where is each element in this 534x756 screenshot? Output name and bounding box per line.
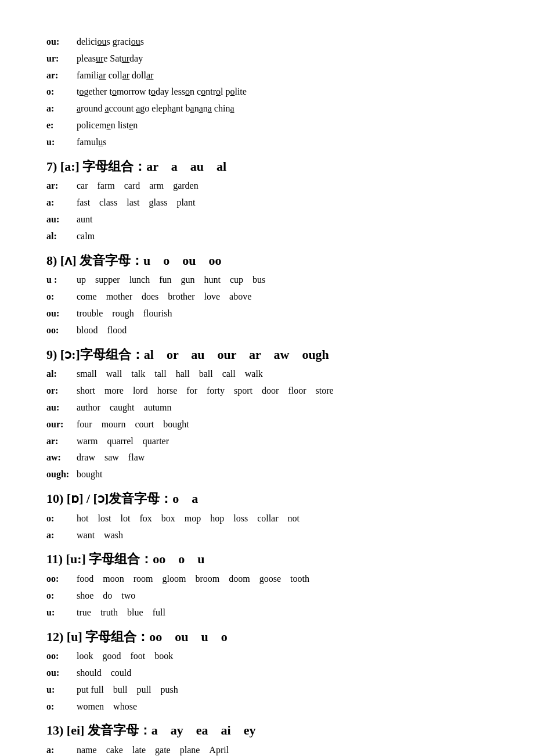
line-content: up supper lunch fun gun hunt cup bus: [77, 273, 488, 287]
line-label: ar:: [46, 434, 77, 449]
line-label: oo:: [46, 649, 77, 664]
line-content: trouble rough flourish: [77, 307, 488, 321]
line: o:together tomorrow today lesson control…: [46, 85, 488, 99]
line-label: u:: [46, 606, 77, 620]
line-label: al:: [46, 229, 77, 244]
section-heading: 11) [u:] 字母组合：oo o u: [46, 550, 488, 568]
line-content: food moon room gloom broom doom goose to…: [77, 572, 488, 586]
line-label: ough:: [46, 467, 77, 482]
line: e:policemen listen: [46, 118, 488, 133]
line: u:famulus: [46, 135, 488, 150]
line-label: ar:: [46, 69, 77, 83]
line-content: famulus: [77, 135, 488, 150]
line-content: pleasure Saturday: [77, 52, 488, 66]
line-content: aunt: [77, 213, 488, 227]
line: ar:familiar collar dollar: [46, 69, 488, 83]
line-label: oo:: [46, 572, 77, 586]
line-content: blood flood: [77, 323, 488, 338]
line: ur:pleasure Saturday: [46, 52, 488, 66]
line: o:come mother does brother love above: [46, 290, 488, 304]
line: a:fast class last glass plant: [46, 196, 488, 210]
line-label: a:: [46, 102, 77, 116]
line-label: aw:: [46, 451, 77, 465]
line: a:name cake late gate plane April: [46, 743, 488, 756]
line-label: ar:: [46, 179, 77, 193]
line-content: bought: [77, 467, 488, 482]
line: o:hot lost lot fox box mop hop loss coll…: [46, 512, 488, 526]
line-label: o:: [46, 589, 77, 603]
line-content: familiar collar dollar: [77, 69, 488, 83]
line-content: women whose: [77, 700, 488, 714]
line: u:put full bull pull push: [46, 683, 488, 697]
line-label: a:: [46, 528, 77, 543]
line-content: shoe do two: [77, 589, 488, 603]
line-content: come mother does brother love above: [77, 290, 488, 304]
line-label: ur:: [46, 52, 77, 66]
line-label: ou:: [46, 307, 77, 321]
line-content: name cake late gate plane April: [77, 743, 488, 756]
line: a:around account ago elephant banana chi…: [46, 102, 488, 116]
line-content: around account ago elephant banana china: [77, 102, 488, 116]
line: ar:warm quarrel quarter: [46, 434, 488, 449]
line-content: calm: [77, 229, 488, 244]
line-label: al:: [46, 367, 77, 381]
line: ough:bought: [46, 467, 488, 482]
line: a:want wash: [46, 528, 488, 543]
section-heading: 10) [ɒ] / [ɔ]发音字母：o a: [46, 490, 488, 508]
line-label: o:: [46, 290, 77, 304]
line: oo:look good foot book: [46, 649, 488, 664]
line-label: oo:: [46, 323, 77, 338]
line: our:four mourn court bought: [46, 417, 488, 432]
line: o:women whose: [46, 700, 488, 714]
line-label: o:: [46, 700, 77, 714]
section-heading: 8) [ʌ] 发音字母：u o ou oo: [46, 252, 488, 270]
page-content: ou:delicious graciousur:pleasure Saturda…: [46, 35, 488, 756]
line: oo:blood flood: [46, 323, 488, 338]
line: au:author caught autumn: [46, 401, 488, 415]
line-content: should could: [77, 666, 488, 681]
section-heading: 9) [ɔ:]字母组合：al or au our ar aw ough: [46, 346, 488, 364]
line: al:calm: [46, 229, 488, 244]
line-label: ou:: [46, 35, 77, 49]
line-label: e:: [46, 118, 77, 133]
line-content: four mourn court bought: [77, 417, 488, 432]
line: o:shoe do two: [46, 589, 488, 603]
section-heading: 13) [ei] 发音字母：a ay ea ai ey: [46, 722, 488, 740]
line-label: our:: [46, 417, 77, 432]
line: aw:draw saw flaw: [46, 451, 488, 465]
line-label: a:: [46, 743, 77, 756]
line-label: o:: [46, 85, 77, 99]
line-label: or:: [46, 384, 77, 398]
line: oo:food moon room gloom broom doom goose…: [46, 572, 488, 586]
line-label: ou:: [46, 666, 77, 681]
line: ar:car farm card arm garden: [46, 179, 488, 193]
line-content: small wall talk tall hall ball call walk: [77, 367, 488, 381]
line-content: put full bull pull push: [77, 683, 488, 697]
line-label: a:: [46, 196, 77, 210]
line: or:short more lord horse for forty sport…: [46, 384, 488, 398]
line-content: look good foot book: [77, 649, 488, 664]
line-content: true truth blue full: [77, 606, 488, 620]
line: au:aunt: [46, 213, 488, 227]
line-content: together tomorrow today lesson control p…: [77, 85, 488, 99]
line-label: au:: [46, 401, 77, 415]
line-content: draw saw flaw: [77, 451, 488, 465]
line-content: policemen listen: [77, 118, 488, 133]
line: ou:trouble rough flourish: [46, 307, 488, 321]
line-content: delicious gracious: [77, 35, 488, 49]
line-label: o:: [46, 512, 77, 526]
line: al:small wall talk tall hall ball call w…: [46, 367, 488, 381]
line-label: u :: [46, 273, 77, 287]
section-heading: 12) [u] 字母组合：oo ou u o: [46, 628, 488, 646]
line-content: hot lost lot fox box mop hop loss collar…: [77, 512, 488, 526]
line-content: author caught autumn: [77, 401, 488, 415]
section-heading: 7) [a:] 字母组合：ar a au al: [46, 158, 488, 176]
line-content: short more lord horse for forty sport do…: [77, 384, 488, 398]
line-label: u:: [46, 135, 77, 150]
line: ou:should could: [46, 666, 488, 681]
line: ou:delicious gracious: [46, 35, 488, 49]
line-label: u:: [46, 683, 77, 697]
line-content: car farm card arm garden: [77, 179, 488, 193]
line-content: warm quarrel quarter: [77, 434, 488, 449]
line-label: au:: [46, 213, 77, 227]
